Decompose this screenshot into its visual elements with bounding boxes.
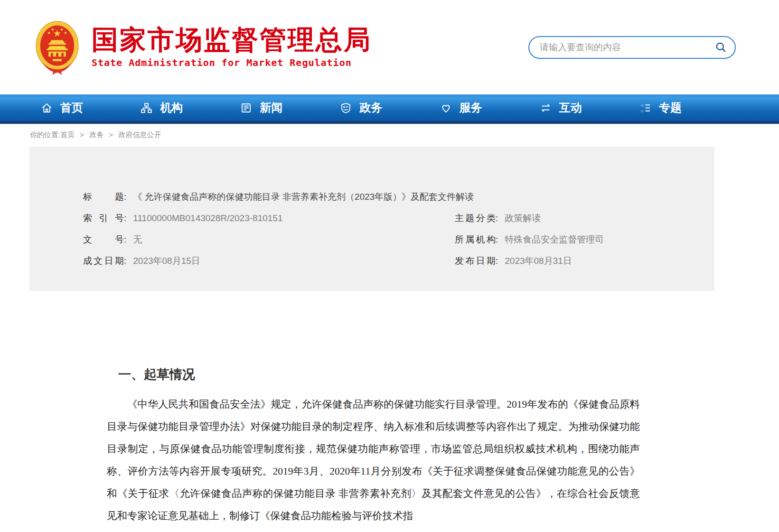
meta-row-document-number: 文 号:无 <box>83 229 455 251</box>
topic-category-value: 政策解读 <box>505 213 541 223</box>
svg-text:★: ★ <box>64 30 67 35</box>
search-icon <box>715 41 727 54</box>
svg-text:☆: ☆ <box>640 108 644 113</box>
search-box <box>528 36 736 59</box>
section-heading: 一、起草情况 <box>118 366 640 383</box>
document-title: 《 允许保健食品声称的保健功能目录 非营养素补充剂（2023年版）》及配套文件解… <box>133 192 474 202</box>
home-icon <box>40 102 53 114</box>
svg-text:★: ★ <box>343 105 346 109</box>
nav-item-label: 服务 <box>460 100 482 115</box>
heart-icon <box>440 102 452 114</box>
meta-colon: : <box>124 192 126 202</box>
meta-row-publish-date: 发布日期:2023年08月31日 <box>455 251 695 272</box>
shield-star-icon: ★ <box>339 102 352 114</box>
nav-item-label: 首页 <box>60 100 83 115</box>
meta-colon: : <box>124 256 126 266</box>
publish-date-value: 2023年08月31日 <box>505 256 572 266</box>
nav-item-gov-affairs[interactable]: ★ 政务 <box>339 100 382 115</box>
nav-item-organizations[interactable]: 机构 <box>140 100 183 115</box>
document-number-value: 无 <box>133 234 142 244</box>
nav-item-news[interactable]: 新闻 <box>240 100 282 115</box>
main-nav: 首页 机构 新闻 ★ <box>0 94 779 124</box>
breadcrumb-link-gov-affairs[interactable]: 政务 <box>89 131 103 139</box>
nav-inner: 首页 机构 新闻 ★ <box>0 94 779 121</box>
meta-label: 文 号 <box>83 229 124 250</box>
meta-row-index-number: 索 引 号:11100000MB0143028R/2023-810151 <box>83 208 455 229</box>
nav-item-label: 专题 <box>659 100 682 115</box>
national-emblem-icon: ★ ★ ★ ★ ★ <box>34 19 80 75</box>
meta-label: 主题分类 <box>455 208 496 229</box>
nav-item-home[interactable]: 首页 <box>40 100 83 115</box>
meta-colon: : <box>124 234 126 244</box>
site-subtitle: State Administration for Market Regulati… <box>92 57 372 68</box>
article-paragraph: 《中华人民共和国食品安全法》规定，允许保健食品声称的保健功能实行目录管理。201… <box>107 393 640 527</box>
meta-label: 成文日期 <box>83 251 124 271</box>
page: ★ ★ ★ ★ ★ 国家市场监督管理总局 State Administrati <box>0 0 779 532</box>
issuing-agency-value: 特殊食品安全监督管理司 <box>505 234 604 244</box>
written-date-value: 2023年08月15日 <box>133 256 200 266</box>
document-meta-box: 标 题:《 允许保健食品声称的保健功能目录 非营养素补充剂（2023年版）》及配… <box>29 147 714 291</box>
search-input[interactable] <box>539 42 714 53</box>
breadcrumb: 你的位置:首页 > 政务 > 政府信息公开 <box>30 131 779 140</box>
breadcrumb-link-info-disclosure[interactable]: 政府信息公开 <box>118 131 161 139</box>
meta-colon: : <box>124 213 126 223</box>
meta-colon: : <box>496 256 498 266</box>
meta-label: 所属机构 <box>455 229 496 250</box>
nav-item-label: 政务 <box>359 100 382 115</box>
meta-row-title: 标 题:《 允许保健食品声称的保健功能目录 非营养素补充剂（2023年版）》及配… <box>83 187 695 208</box>
breadcrumb-separator: > <box>80 131 84 139</box>
meta-row-topic-category: 主题分类:政策解读 <box>455 208 695 229</box>
nav-item-interaction[interactable]: 互动 <box>539 100 582 115</box>
search-button[interactable] <box>714 40 728 55</box>
nav-item-topics[interactable]: ☆ ☆ 专题 <box>639 100 682 115</box>
svg-text:★: ★ <box>51 27 55 32</box>
meta-colon: : <box>496 213 498 223</box>
meta-row-issuing-agency: 所属机构:特殊食品安全监督管理司 <box>455 229 695 251</box>
meta-label: 发布日期 <box>455 251 496 271</box>
breadcrumb-link-home[interactable]: 首页 <box>60 131 75 139</box>
newspaper-icon <box>240 102 253 114</box>
breadcrumb-prefix: 你的位置: <box>30 131 60 139</box>
nav-item-label: 新闻 <box>260 100 282 115</box>
meta-label: 标 题 <box>83 187 124 207</box>
brand-text: 国家市场监督管理总局 State Administration for Mark… <box>92 26 372 69</box>
site-header: ★ ★ ★ ★ ★ 国家市场监督管理总局 State Administrati <box>0 0 779 94</box>
meta-label: 索 引 号 <box>83 208 124 229</box>
index-number-value: 11100000MB0143028R/2023-810151 <box>133 213 282 223</box>
site-title: 国家市场监督管理总局 <box>92 26 372 54</box>
swap-arrows-icon <box>539 102 552 114</box>
nav-item-label: 互动 <box>559 100 582 115</box>
star-list-icon: ☆ ☆ <box>639 102 652 114</box>
nav-item-services[interactable]: 服务 <box>440 100 482 115</box>
meta-row-written-date: 成文日期:2023年08月15日 <box>83 251 455 272</box>
site-logo-link[interactable]: ★ ★ ★ ★ ★ 国家市场监督管理总局 State Administrati <box>34 19 372 75</box>
meta-colon: : <box>496 234 498 244</box>
nav-item-label: 机构 <box>160 100 183 115</box>
org-chart-icon <box>140 102 153 114</box>
svg-text:☆: ☆ <box>640 103 644 108</box>
article-body: 一、起草情况 《中华人民共和国食品安全法》规定，允许保健食品声称的保健功能实行目… <box>29 291 714 527</box>
meta-grid: 索 引 号:11100000MB0143028R/2023-810151 主题分… <box>83 208 695 272</box>
breadcrumb-separator: > <box>109 131 113 139</box>
